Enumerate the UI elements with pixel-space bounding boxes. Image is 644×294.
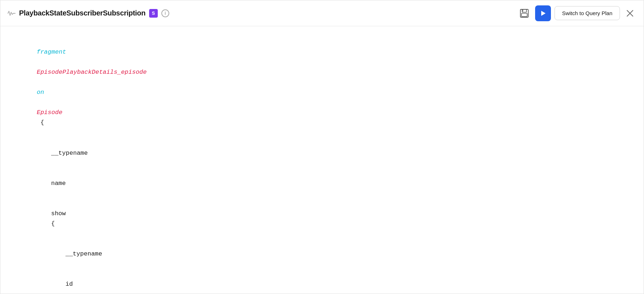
field-typename-show: __typename (15, 239, 629, 269)
field-id-show: id (15, 269, 629, 294)
info-icon[interactable]: i (161, 9, 169, 17)
show-field-declaration: show { (15, 199, 629, 239)
fragment-1-name: EpisodePlaybackDetails_episode (37, 69, 147, 76)
svg-rect-2 (521, 13, 527, 17)
field-typename-1: __typename (15, 138, 629, 168)
space (37, 79, 40, 86)
field-name-1: name (15, 168, 629, 199)
subscription-icon (8, 9, 15, 17)
svg-marker-4 (541, 11, 546, 16)
space (37, 59, 40, 65)
main-window: PlaybackStateSubscriberSubscription S i (0, 0, 644, 294)
header: PlaybackStateSubscriberSubscription S i (0, 0, 644, 26)
close-icon (626, 10, 634, 17)
fragment-1-type: Episode (37, 109, 62, 116)
subscription-badge: S (149, 9, 158, 18)
page-title: PlaybackStateSubscriberSubscription (19, 9, 146, 17)
run-button[interactable] (535, 5, 551, 21)
switch-to-query-plan-button[interactable]: Switch to Query Plan (555, 6, 620, 20)
open-brace-1: { (37, 119, 44, 126)
space (37, 99, 40, 106)
close-button[interactable] (624, 7, 636, 20)
code-editor[interactable]: fragment EpisodePlaybackDetails_episode … (0, 26, 644, 294)
save-button[interactable] (517, 6, 532, 21)
fragment-1-declaration: fragment EpisodePlaybackDetails_episode … (15, 37, 629, 138)
run-icon (539, 10, 547, 17)
header-right: Switch to Query Plan (517, 5, 636, 21)
header-left: PlaybackStateSubscriberSubscription S i (8, 9, 169, 18)
keyword-on-1: on (37, 89, 44, 96)
keyword-fragment-1: fragment (37, 49, 66, 55)
save-icon (519, 8, 529, 18)
